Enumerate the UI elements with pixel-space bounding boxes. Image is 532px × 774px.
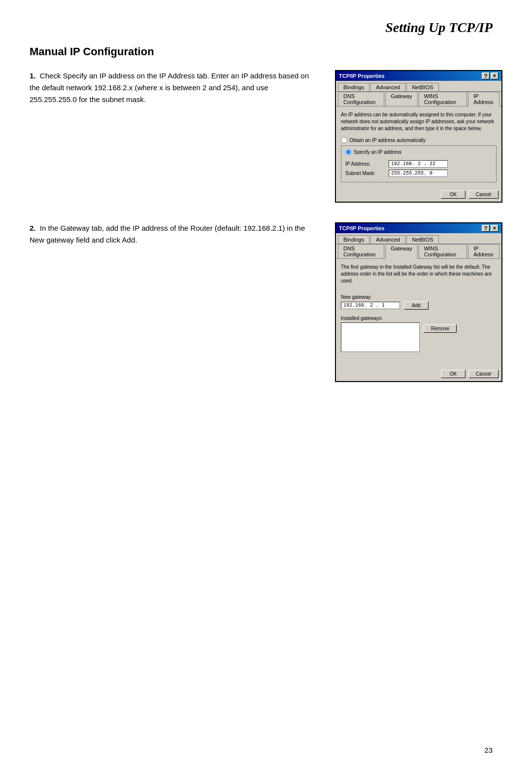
dialog-2-titlebar-buttons: ? ✕ (482, 225, 499, 232)
dialog-1-title: TCP/IP Properties (339, 73, 482, 79)
radio-specify-label: Specify an IP address (354, 149, 401, 155)
dialog-1-titlebar: TCP/IP Properties ? ✕ (336, 71, 501, 81)
dialog-1-info: An IP address can be automatically assig… (341, 111, 497, 132)
tcp-ip-dialog-1: TCP/IP Properties ? ✕ Bindings Advanced … (335, 70, 502, 203)
add-button[interactable]: Add (404, 301, 429, 310)
step-2-row: 2. In the Gateway tab, add the IP addres… (30, 222, 502, 382)
help-icon-2: ? (484, 225, 488, 231)
tab-bindings-2[interactable]: Bindings (338, 235, 369, 244)
ip-label: IP Address: (345, 161, 385, 167)
dialog-2-titlebar: TCP/IP Properties ? ✕ (336, 223, 501, 233)
close-button-2[interactable]: ✕ (491, 225, 499, 232)
help-button-1[interactable]: ? (482, 72, 490, 79)
dialog-1-body: An IP address can be automatically assig… (336, 106, 501, 187)
tab-ipaddress-2[interactable]: IP Address (468, 244, 499, 258)
tab-netbios-2[interactable]: NetBIOS (406, 235, 438, 244)
step-2-body: In the Gateway tab, add the IP address o… (30, 224, 305, 244)
dialog-1-tabs-row1: Bindings Advanced NetBIOS (336, 81, 501, 92)
tab-ipaddress-1[interactable]: IP Address (468, 92, 499, 106)
close-icon-2: ✕ (493, 226, 497, 231)
radio-specify-row: Specify an IP address (345, 149, 492, 155)
page-number: 23 (484, 746, 493, 754)
close-icon-1: ✕ (493, 73, 497, 78)
installed-gateways-label: Installed gateways: (341, 316, 497, 321)
tab-gateway-1[interactable]: Gateway (385, 92, 417, 106)
step-1-text: 1. Check Specify an IP address on the IP… (30, 70, 315, 106)
tcp-ip-dialog-2: TCP/IP Properties ? ✕ Bindings Advanced … (335, 222, 502, 382)
tab-bindings-1[interactable]: Bindings (338, 83, 369, 91)
dialog-2-cancel[interactable]: Cancel (468, 370, 499, 378)
subnet-field-row: Subnet Mask: (345, 170, 492, 177)
gateway-input-row: Add (341, 301, 497, 310)
subnet-input[interactable] (389, 170, 448, 177)
radio-obtain-label: Obtain an IP address automatically (349, 138, 426, 143)
dialog-1-titlebar-buttons: ? ✕ (482, 72, 499, 79)
tab-gateway-2[interactable]: Gateway (385, 244, 417, 259)
dialog-2-buttons: OK Cancel (336, 367, 501, 381)
dialog-2-ok[interactable]: OK (441, 370, 466, 378)
radio-obtain-row: Obtain an IP address automatically (341, 137, 497, 143)
subnet-label: Subnet Mask: (345, 171, 385, 176)
tab-dns-2[interactable]: DNS Configuration (338, 244, 384, 258)
installed-gateways-list[interactable] (341, 322, 420, 352)
dialog-1-cancel[interactable]: Cancel (468, 190, 499, 199)
radio-obtain[interactable] (341, 137, 347, 143)
radio-specify[interactable] (345, 149, 352, 155)
close-button-1[interactable]: ✕ (491, 72, 499, 79)
dialog-2-title: TCP/IP Properties (339, 225, 482, 231)
section-heading: Manual IP Configuration (30, 45, 502, 58)
step-1-body: Check Specify an IP address on the IP Ad… (30, 71, 309, 104)
dialog-2-tabs-row2: DNS Configuration Gateway WINS Configura… (336, 244, 501, 259)
tab-advanced-1[interactable]: Advanced (370, 83, 405, 91)
step-2-text: 2. In the Gateway tab, add the IP addres… (30, 222, 315, 246)
step-1-row: 1. Check Specify an IP address on the IP… (30, 70, 502, 203)
new-gateway-label: New gateway: (341, 294, 497, 300)
tab-wins-2[interactable]: WINS Configuration (419, 244, 467, 258)
specify-groupbox: Specify an IP address IP Address: Subnet… (341, 145, 497, 182)
dialog-1-buttons: OK Cancel (336, 187, 501, 202)
help-icon-1: ? (484, 73, 488, 79)
dialog-2-tabs-row1: Bindings Advanced NetBIOS (336, 233, 501, 244)
dialog-2-body: The first gateway in the Installed Gatew… (336, 259, 501, 367)
step-2-number: 2. (30, 224, 36, 232)
page-title: Setting Up TCP/IP (0, 0, 532, 45)
step-1-number: 1. (30, 71, 36, 80)
dialog-2-info: The first gateway in the Installed Gatew… (341, 264, 497, 284)
tab-dns-1[interactable]: DNS Configuration (338, 92, 384, 106)
dialog-1-ok[interactable]: OK (441, 190, 466, 199)
ip-input[interactable] (389, 160, 448, 168)
tab-netbios-1[interactable]: NetBIOS (406, 83, 438, 91)
ip-field-row: IP Address: (345, 160, 492, 168)
tab-advanced-2[interactable]: Advanced (370, 235, 405, 244)
dialog-1: TCP/IP Properties ? ✕ Bindings Advanced … (335, 70, 502, 203)
dialog-2: TCP/IP Properties ? ✕ Bindings Advanced … (335, 222, 502, 382)
new-gateway-input[interactable] (341, 302, 400, 309)
dialog-1-tabs-row2: DNS Configuration Gateway WINS Configura… (336, 92, 501, 106)
help-button-2[interactable]: ? (482, 225, 490, 232)
remove-button[interactable]: Remove (424, 324, 457, 333)
tab-wins-1[interactable]: WINS Configuration (419, 92, 467, 106)
